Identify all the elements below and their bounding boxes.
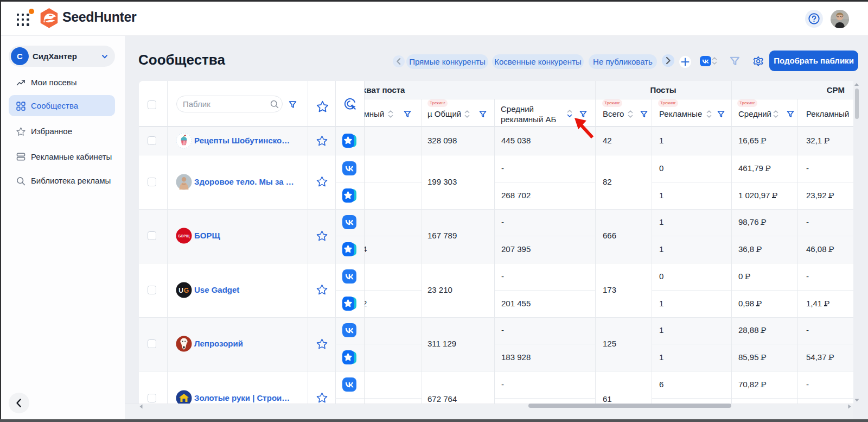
svg-text:БОРЩ: БОРЩ <box>178 234 190 238</box>
svg-text:U: U <box>178 286 183 294</box>
svg-text:G: G <box>184 286 189 294</box>
